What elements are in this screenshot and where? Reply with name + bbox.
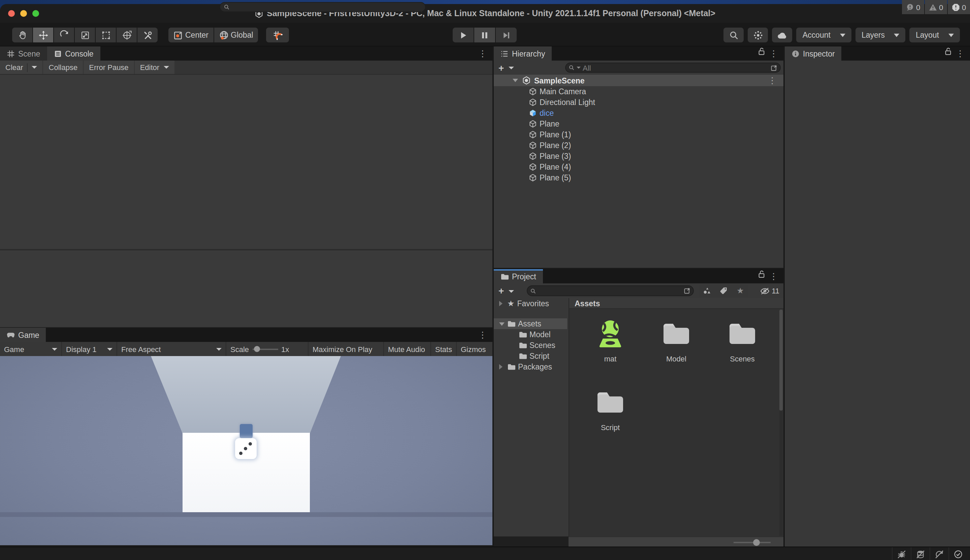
editor-button[interactable]: Editor xyxy=(135,61,174,74)
inspector-panel-menu-icon[interactable]: ⋮ xyxy=(956,49,965,58)
game-panel-menu-icon[interactable]: ⋮ xyxy=(478,330,487,339)
stats-button[interactable]: Stats xyxy=(431,342,457,356)
game-viewport[interactable] xyxy=(0,356,492,545)
play-button[interactable] xyxy=(453,28,473,42)
pause-button[interactable] xyxy=(474,28,495,42)
rotate-tool-icon[interactable] xyxy=(54,28,74,42)
search-icon xyxy=(530,288,536,294)
auto-refresh-disabled-icon[interactable] xyxy=(930,547,948,560)
add-asset-button[interactable]: + xyxy=(498,285,504,296)
open-new-window-icon[interactable] xyxy=(684,287,691,294)
title-bar[interactable]: SampleScene - FristTestUnity3D-2 - PC, M… xyxy=(0,4,970,23)
hierarchy-search-input[interactable]: All xyxy=(565,63,781,73)
chevron-down-icon[interactable] xyxy=(508,290,514,293)
console-message-list[interactable] xyxy=(0,75,492,249)
gizmos-button[interactable]: Gizmos xyxy=(457,342,492,356)
display-1-button[interactable]: Display 1 xyxy=(62,342,117,356)
project-tree-assets[interactable]: Assets xyxy=(494,318,567,329)
mute-audio-button[interactable]: Mute Audio xyxy=(384,342,431,356)
game-button[interactable]: Game xyxy=(0,342,62,356)
pivot-mode-button[interactable]: Center xyxy=(169,28,213,42)
thumbnail-zoom-slider[interactable] xyxy=(734,542,771,543)
hierarchy-item-maincamera[interactable]: Main Camera xyxy=(494,86,783,97)
tab-scene[interactable]: Scene xyxy=(0,47,47,61)
cache-disabled-icon[interactable] xyxy=(911,547,930,560)
maximize-on-play-button[interactable]: Maximize On Play xyxy=(309,342,384,356)
console-panel-menu-icon[interactable]: ⋮ xyxy=(478,49,487,58)
console-search-input[interactable] xyxy=(219,2,426,12)
step-button[interactable] xyxy=(496,28,517,42)
hierarchy-item-plane1[interactable]: Plane (1) xyxy=(494,129,783,140)
cloud-icon[interactable] xyxy=(772,28,793,42)
asset-model[interactable]: Model xyxy=(643,318,709,387)
chevron-down-icon[interactable] xyxy=(508,67,514,69)
error-pause-button[interactable]: Error Pause xyxy=(84,61,134,74)
grid-snapping-icon[interactable] xyxy=(266,28,289,42)
scale-tool-icon[interactable] xyxy=(75,28,95,42)
project-search-input[interactable] xyxy=(527,285,694,296)
lock-icon[interactable] xyxy=(945,47,952,58)
assets-breadcrumb[interactable]: Assets xyxy=(569,298,783,309)
error-count-button[interactable]: 0 xyxy=(948,0,970,14)
chevron-down-icon xyxy=(216,348,222,350)
project-tree-model[interactable]: Model xyxy=(494,329,567,340)
tab-game[interactable]: Game xyxy=(0,328,46,342)
clear-button[interactable]: Clear xyxy=(0,61,43,74)
lock-icon[interactable] xyxy=(758,47,765,58)
hierarchy-item-dice[interactable]: dice xyxy=(494,108,783,118)
transform-tool-icon[interactable] xyxy=(117,28,137,42)
hierarchy-panel-menu-icon[interactable]: ⋮ xyxy=(769,49,778,58)
project-tree-scenes[interactable]: Scenes xyxy=(494,340,567,351)
lock-icon[interactable] xyxy=(758,269,765,282)
debugger-disabled-icon[interactable] xyxy=(892,547,911,560)
custom-tools-icon[interactable] xyxy=(137,28,158,42)
assets-scrollbar[interactable] xyxy=(779,310,783,536)
tab-console[interactable]: Console xyxy=(47,47,100,61)
project-tree-packages[interactable]: Packages xyxy=(494,362,567,372)
hierarchy-item-plane2[interactable]: Plane (2) xyxy=(494,140,783,151)
folder-large-icon xyxy=(595,387,626,418)
info-count-button[interactable]: 0 xyxy=(902,0,924,14)
free-aspect-button[interactable]: Free Aspect xyxy=(117,342,226,356)
hierarchy-item-plane3[interactable]: Plane (3) xyxy=(494,151,783,162)
hierarchy-item-directionallight[interactable]: Directional Light xyxy=(494,97,783,108)
console-detail-area[interactable] xyxy=(0,250,492,328)
tab-inspector[interactable]: Inspector xyxy=(785,47,842,61)
tab-project[interactable]: Project xyxy=(494,269,543,283)
asset-scenes[interactable]: Scenes xyxy=(709,318,775,387)
scale-button[interactable]: Scale1x xyxy=(226,342,309,356)
rect-tool-icon[interactable] xyxy=(95,28,116,42)
asset-script[interactable]: Script xyxy=(577,387,643,456)
project-panel-menu-icon[interactable]: ⋮ xyxy=(769,272,778,281)
warning-count-button[interactable]: 0 xyxy=(925,0,947,14)
hierarchy-item-plane4[interactable]: Plane (4) xyxy=(494,162,783,172)
search-by-label-icon[interactable] xyxy=(715,285,731,297)
hierarchy-scene-row[interactable]: SampleScene ⋮ xyxy=(494,75,783,86)
zoom-window-button[interactable] xyxy=(32,10,39,17)
rotation-mode-button[interactable]: Global xyxy=(214,28,258,42)
project-tree-favorites[interactable]: ★Favorites xyxy=(494,298,567,309)
favorites-star-icon[interactable]: ★ xyxy=(732,285,748,297)
ok-check-icon[interactable] xyxy=(948,547,967,560)
project-tree-script[interactable]: Script xyxy=(494,351,567,362)
progress-activity-icon[interactable] xyxy=(748,28,768,42)
add-gameobject-button[interactable]: + xyxy=(498,63,504,73)
scale-slider[interactable] xyxy=(252,348,278,350)
scene-menu-icon[interactable]: ⋮ xyxy=(768,76,777,85)
hand-tool-icon[interactable] xyxy=(12,28,32,42)
search-by-type-icon[interactable] xyxy=(699,285,715,297)
collapse-button[interactable]: Collapse xyxy=(43,61,83,74)
move-tool-icon[interactable] xyxy=(33,28,53,42)
open-new-window-icon[interactable] xyxy=(771,64,778,71)
close-window-button[interactable] xyxy=(8,10,15,17)
layout-dropdown[interactable]: Layout xyxy=(910,28,960,42)
tab-hierarchy[interactable]: Hierarchy xyxy=(494,47,552,61)
hierarchy-item-plane5[interactable]: Plane (5) xyxy=(494,172,783,183)
account-dropdown[interactable]: Account xyxy=(796,28,851,42)
hidden-count-button[interactable]: 11 xyxy=(759,285,779,297)
asset-mat[interactable]: mat xyxy=(577,318,643,387)
hierarchy-item-plane[interactable]: Plane xyxy=(494,118,783,129)
minimize-window-button[interactable] xyxy=(20,10,27,17)
layers-dropdown[interactable]: Layers xyxy=(855,28,906,42)
search-icon[interactable] xyxy=(724,28,744,42)
